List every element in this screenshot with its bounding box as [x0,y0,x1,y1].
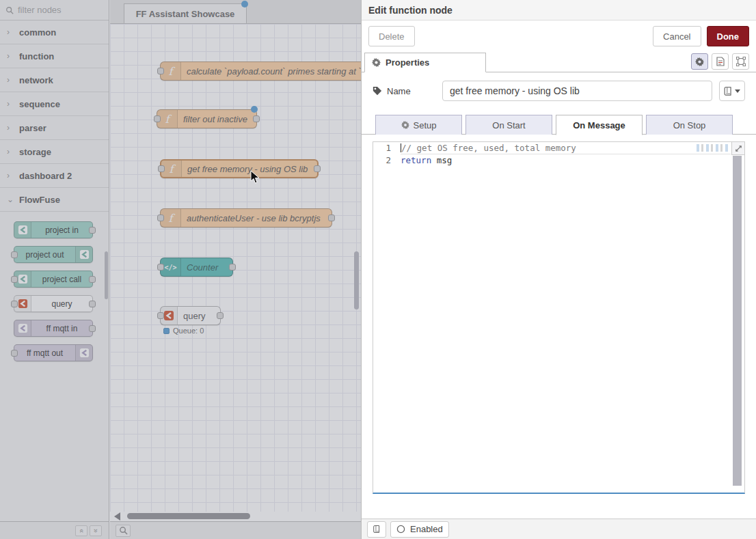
done-button[interactable]: Done [707,26,750,46]
edit-panel-buttons: Delete Cancel Done [362,20,756,52]
properties-tab-row: Properties [362,52,756,72]
palette-category-flowfuse[interactable]: ⌄ FlowFuse [0,188,109,212]
palette-node-project-in[interactable]: project in [14,221,93,238]
input-port[interactable] [157,215,164,221]
canvas-horizontal-scrollbar [110,512,361,521]
palette-category-network[interactable]: › network [0,68,109,92]
document-icon [716,57,725,66]
output-port[interactable] [89,301,96,307]
gear-icon [695,57,704,66]
node-name-input[interactable] [442,81,712,101]
delete-button[interactable]: Delete [368,26,415,46]
canvas-vertical-scrollbar[interactable] [354,251,359,309]
input-port[interactable] [11,301,18,307]
input-port[interactable] [11,251,18,258]
expand-icon [735,145,742,152]
chevron-right-icon: › [7,147,12,156]
scroll-left-arrow-icon[interactable] [114,512,120,521]
tab-on-stop[interactable]: On Stop [646,115,733,135]
gear-icon [372,58,381,67]
flow-node-authenticate-user[interactable]: f authenticateUser - use lib bcryptjs [160,208,332,227]
library-button[interactable] [367,521,386,538]
palette-node-ff-mqtt-in[interactable]: ff mqtt in [14,320,93,337]
tab-setup[interactable]: Setup [375,115,462,135]
node-changed-indicator [251,106,258,113]
panel-action-buttons [691,53,749,70]
palette-scrollbar[interactable] [105,251,108,299]
palette-category-common[interactable]: › common [0,20,109,44]
chevron-down-icon: ⌄ [7,195,12,204]
caret-down-icon [735,89,740,93]
output-port[interactable] [229,264,236,271]
palette-node-query[interactable]: query [14,295,93,312]
code-editor-wrap: 1 // get OS free, used, total memory 2 r… [362,135,756,494]
output-port[interactable] [89,276,96,283]
editor-expand-button[interactable] [731,142,744,155]
node-red-app: filter nodes › common › function › netwo… [0,0,756,539]
output-port[interactable] [217,312,224,319]
cancel-button[interactable]: Cancel [653,26,701,46]
output-port[interactable] [89,325,96,332]
input-port[interactable] [157,264,164,271]
palette-category-dashboard2[interactable]: › dashboard 2 [0,164,109,188]
input-port[interactable] [154,115,161,122]
code-editor[interactable]: 1 // get OS free, used, total memory 2 r… [373,141,745,494]
flow-node-filter-out-inactive[interactable]: f filter out inactive [157,109,257,128]
book-icon [373,525,380,534]
output-port[interactable] [253,115,260,122]
node-appearance-button[interactable] [732,53,749,70]
tab-on-start[interactable]: On Start [465,115,552,135]
flow-canvas[interactable]: f calculate `payload.count` primes start… [110,24,361,512]
chevron-right-icon: › [7,123,12,133]
input-port[interactable] [11,276,18,283]
tab-properties[interactable]: Properties [364,53,486,72]
name-field-row: Name [362,72,756,108]
flow-tab[interactable]: FF Assistant Showcase [124,3,247,23]
palette-category-storage[interactable]: › storage [0,140,109,164]
chevron-right-icon: › [7,171,12,180]
search-icon [5,6,14,14]
palette-flowfuse-nodes: project in project out project call [0,212,109,361]
flowfuse-icon [14,320,31,336]
input-port[interactable] [157,68,164,74]
flow-node-query[interactable]: query [160,306,221,325]
palette-node-project-call[interactable]: project call [14,271,93,288]
flow-node-counter[interactable]: </> Counter [160,258,233,277]
flow-node-calculate-primes[interactable]: f calculate `payload.count` primes start… [160,61,361,81]
zoom-reset-button[interactable] [116,525,131,537]
palette-search-placeholder: filter nodes [18,5,62,15]
edit-panel-header: Edit function node [362,0,756,20]
node-description-button[interactable] [712,53,729,70]
tag-icon [373,86,382,96]
palette-search[interactable]: filter nodes [0,0,109,20]
chevron-right-icon: › [7,27,12,37]
output-port[interactable] [314,165,321,172]
output-port[interactable] [89,227,96,234]
enabled-toggle-button[interactable]: Enabled [390,521,449,538]
function-editor-tabs: Setup On Start On Message On Stop [362,108,756,135]
library-dropdown-button[interactable] [719,81,745,101]
input-port[interactable] [157,312,164,319]
tab-on-message[interactable]: On Message [556,115,643,135]
editor-minimap [697,144,729,152]
flowfuse-icon [14,222,31,238]
palette-category-sequence[interactable]: › sequence [0,92,109,116]
editor-vertical-scrollbar[interactable] [733,156,742,486]
palette-node-ff-mqtt-out[interactable]: ff mqtt out [14,344,93,361]
palette-category-parser[interactable]: › parser [0,116,109,140]
enabled-circle-icon [396,525,405,534]
input-port[interactable] [11,350,18,357]
expand-all-categories-button[interactable]: « [90,525,102,536]
output-port[interactable] [328,215,335,221]
appearance-frame-icon [736,57,746,66]
palette-category-function[interactable]: › function [0,44,109,68]
input-port[interactable] [158,165,165,172]
flow-node-get-free-memory[interactable]: f get free memory - using OS lib [160,159,319,178]
name-label: Name [373,86,435,96]
palette-node-project-out[interactable]: project out [14,246,93,263]
mouse-cursor [250,170,260,184]
horizontal-scroll-thumb[interactable] [127,513,250,519]
collapse-all-categories-button[interactable]: « [75,525,87,536]
flowfuse-icon [75,345,92,361]
node-properties-button[interactable] [691,53,708,70]
